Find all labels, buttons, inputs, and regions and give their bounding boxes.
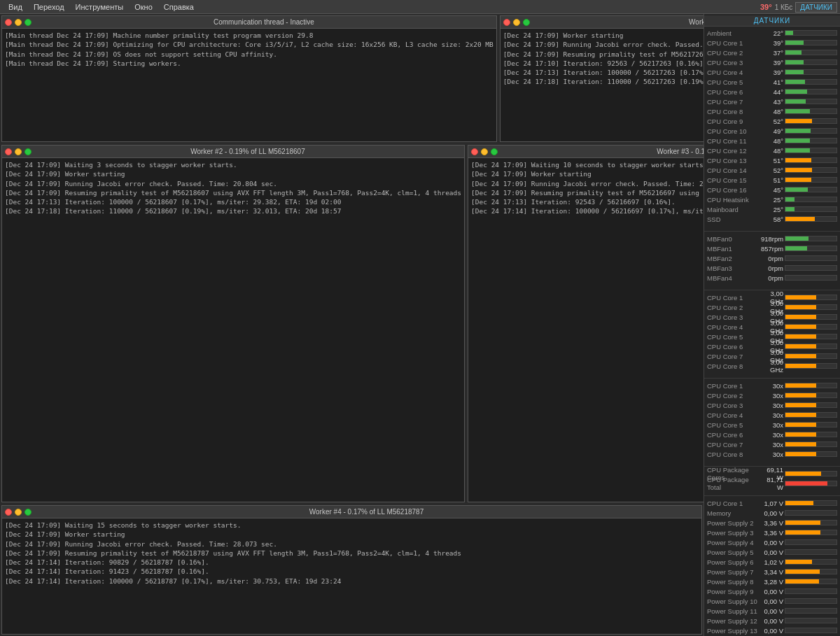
menu-view[interactable]: Вид	[3, 0, 28, 14]
temp-2-bar-container	[785, 50, 837, 55]
fan-1-bar	[785, 246, 807, 250]
freq-section: CPU Core 13,00 GHzCPU Core 23,00 GHzCPU …	[704, 291, 840, 372]
worker-3-window: Worker #3 - 0.17% of LL M56216697 [Dec 2…	[468, 145, 704, 502]
w4-line-0: [Dec 24 17:09] Waiting 15 seconds to sta…	[5, 521, 699, 530]
temp-3-label: CPU Core 3	[707, 59, 760, 66]
comm-line-3: [Main thread Dec 24 17:09] Starting work…	[5, 59, 493, 68]
volt-5-value: 0,00 V	[761, 549, 783, 556]
temp-6-bar-container	[785, 89, 837, 94]
volt-4-bar-container	[785, 539, 837, 545]
mult-1-label: CPU Core 2	[707, 392, 760, 400]
menu-tools[interactable]: Инструменты	[70, 0, 130, 14]
volt-6-label: Power Supply 6	[707, 558, 760, 566]
w2-minimize-btn[interactable]	[15, 148, 22, 155]
comm-thread-title: Communication thread - Inactive	[34, 18, 493, 26]
volt-2-label: Power Supply 2	[707, 519, 760, 527]
volt-8-row: Power Supply 83,28 V	[707, 577, 837, 586]
temp-7-bar-container	[785, 99, 837, 104]
freq-7-bar-container	[785, 363, 837, 369]
fan-0-bar-container	[785, 236, 837, 241]
w4-maximize-btn[interactable]	[24, 509, 31, 516]
mult-7-label: CPU Core 8	[707, 451, 760, 458]
fan-section: MBFan0918rpmMBFan1857rpmMBFan20rpmMBFan3…	[704, 232, 840, 284]
mult-2-bar	[785, 403, 816, 407]
worker-4-title: Worker #4 - 0.17% of LL M56218787	[34, 508, 699, 516]
maximize-btn[interactable]	[24, 19, 31, 26]
sensors-panel: ДАТЧИКИ Ambient22°CPU Core 139°CPU Core …	[704, 14, 840, 636]
temp-19-label: SSD	[707, 215, 760, 223]
divider-1	[704, 226, 840, 232]
volt-11-bar-container	[785, 608, 837, 614]
temp-2-label: CPU Core 2	[707, 49, 760, 57]
minimize-btn[interactable]	[15, 19, 22, 26]
power-hdr-1-bar	[785, 481, 827, 486]
mult-5-bar	[785, 432, 816, 437]
fan-3-value: 0rpm	[761, 264, 783, 272]
temp-4-value: 39°	[761, 69, 783, 76]
volt-10-bar-container	[785, 598, 837, 604]
temp-16-bar	[785, 188, 808, 192]
temp-8-label: CPU Core 8	[707, 108, 760, 115]
volt-6-row: Power Supply 61,02 V	[707, 557, 837, 567]
volt-8-label: Power Supply 8	[707, 578, 760, 586]
power-header-section: CPU Package Cores69,11 WCPU Package Tota…	[704, 467, 840, 490]
volt-10-row: Power Supply 100,00 V	[707, 596, 837, 606]
temp-0-row: Ambient22°	[707, 28, 837, 38]
mult-7-bar-container	[785, 451, 837, 457]
w3-minimize-btn[interactable]	[481, 148, 488, 155]
freq-2-bar-container	[785, 314, 837, 320]
mult-1-bar	[785, 393, 816, 397]
volt-0-bar	[785, 501, 813, 505]
w1-close-btn[interactable]	[503, 19, 510, 26]
mult-2-label: CPU Core 3	[707, 402, 760, 409]
temp-9-bar	[785, 119, 812, 123]
close-btn[interactable]	[5, 19, 12, 26]
w1-line-5: [Dec 24 17:18] Iteration: 110000 / 56217…	[503, 77, 704, 86]
temp-7-value: 43°	[761, 98, 783, 106]
freq-7-value: 3,00 GHz	[761, 358, 783, 374]
w3-maximize-btn[interactable]	[491, 148, 498, 155]
volt-6-bar-container	[785, 559, 837, 565]
fan-2-value: 0rpm	[761, 255, 783, 262]
worker-2-content: [Dec 24 17:09] Waiting 3 seconds to stag…	[2, 158, 464, 502]
worker-4-window: Worker #4 - 0.17% of LL M56218787 [Dec 2…	[1, 505, 702, 635]
worker-1-window: Worker #1 - 0.19% of LL M56217263 [Dec 2…	[500, 15, 704, 142]
worker-1-content: [Dec 24 17:09] Worker starting [Dec 24 1…	[500, 29, 704, 141]
w1-minimize-btn[interactable]	[513, 19, 520, 26]
temp-18-label: Mainboard	[707, 206, 760, 213]
sensors-button[interactable]: ДАТЧИКИ	[795, 2, 837, 13]
temp-5-label: CPU Core 5	[707, 78, 760, 86]
w4-close-btn[interactable]	[5, 509, 12, 516]
volt-9-bar-container	[785, 588, 837, 594]
mult-0-row: CPU Core 130x	[707, 381, 837, 390]
volt-7-value: 3,34 V	[761, 568, 783, 576]
worker-3-content: [Dec 24 17:09] Waiting 10 seconds to sta…	[468, 158, 704, 502]
menu-nav[interactable]: Переход	[28, 0, 70, 14]
volt-8-bar	[785, 579, 819, 584]
power-hdr-0-bar-container	[785, 471, 837, 476]
mult-6-label: CPU Core 7	[707, 441, 760, 448]
w2-close-btn[interactable]	[5, 148, 12, 155]
volt-3-value: 3,36 V	[761, 529, 783, 537]
temp-15-bar	[785, 178, 811, 182]
fan-3-row: MBFan30rpm	[707, 263, 837, 273]
temp-7-row: CPU Core 743°	[707, 97, 837, 106]
w3-close-btn[interactable]	[471, 148, 478, 155]
menu-help[interactable]: Справка	[158, 0, 200, 14]
mult-0-bar-container	[785, 383, 837, 388]
voltage-section: CPU Core 11,07 VMemory0,00 VPower Supply…	[704, 497, 840, 636]
fan-4-bar-container	[785, 275, 837, 281]
power-hdr-1-label: CPU Package Total	[707, 476, 760, 491]
freq-7-row: CPU Core 83,00 GHz	[707, 361, 837, 371]
volt-1-label: Memory	[707, 509, 760, 517]
menu-window[interactable]: Окно	[129, 0, 158, 14]
freq-0-bar	[785, 295, 816, 299]
freq-7-bar	[785, 364, 816, 368]
w2-line-4: [Dec 24 17:13] Iteration: 100000 / 56218…	[5, 197, 461, 206]
freq-5-bar-container	[785, 344, 837, 349]
w4-minimize-btn[interactable]	[15, 509, 22, 516]
w1-maximize-btn[interactable]	[523, 19, 530, 26]
temp-6-bar	[785, 90, 807, 94]
mult-4-bar	[785, 423, 816, 427]
w2-maximize-btn[interactable]	[24, 148, 31, 155]
